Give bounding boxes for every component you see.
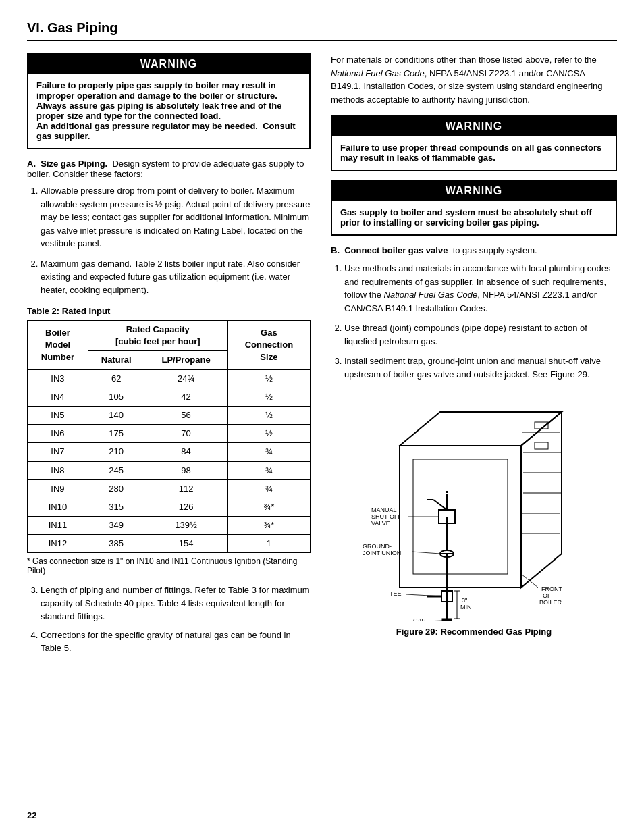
table-body: IN36224¾½ IN410542½ IN514056½ IN617570½ …	[28, 369, 311, 553]
warning-title-2: WARNING	[332, 117, 616, 136]
section-b-label: B.	[331, 245, 340, 255]
svg-text:GROUND-: GROUND-	[363, 543, 392, 550]
table-row: IN123851541	[28, 535, 311, 553]
svg-line-34	[412, 552, 440, 554]
right-intro-text: For materials or conditions other than t…	[331, 53, 617, 106]
svg-line-40	[427, 621, 442, 621]
svg-rect-11	[535, 442, 548, 449]
section-b-intro-text: to gas supply system.	[453, 245, 537, 255]
page-header: VI. Gas Piping	[27, 20, 617, 41]
left-column: WARNING Failure to properly pipe gas sup…	[27, 53, 311, 660]
svg-text:MANUAL: MANUAL	[371, 506, 397, 513]
svg-text:SHUT-OFF: SHUT-OFF	[371, 513, 402, 520]
table-row: IN11349139½¾*	[28, 517, 311, 535]
svg-text:MIN: MIN	[460, 604, 472, 610]
svg-text:CAP: CAP	[413, 617, 426, 621]
table-row: IN514056½	[28, 406, 311, 424]
list-item: Length of piping and number of fittings.…	[41, 583, 311, 623]
warning-body-2: Failure to use proper thread compounds o…	[332, 136, 616, 170]
figure-29-svg: MANUAL SHUT-OFF VALVE GROUND- JOINT UNIO…	[359, 392, 589, 621]
list-item: Maximum gas demand. Table 2 lists boiler…	[41, 257, 311, 297]
page-number: 22	[27, 810, 36, 820]
section-a: A. Size gas Piping. Design system to pro…	[27, 159, 311, 655]
list-item: Allowable pressure drop from point of de…	[41, 184, 311, 251]
section-a-list: Allowable pressure drop from point of de…	[27, 184, 311, 296]
page-title: VI. Gas Piping	[27, 20, 617, 36]
list-item: Install sediment trap, ground-joint unio…	[344, 355, 617, 381]
table-row: IN36224¾½	[28, 369, 311, 388]
svg-text:VALVE: VALVE	[371, 520, 390, 527]
table-row: IN617570½	[28, 425, 311, 443]
page: VI. Gas Piping WARNING Failure to proper…	[0, 0, 644, 834]
table-subheader-natural: Natural	[88, 351, 144, 369]
list-item: Corrections for the specific gravity of …	[41, 629, 311, 655]
table-header-model: BoilerModelNumber	[28, 321, 88, 370]
table-row: IN9280112¾	[28, 479, 311, 498]
svg-text:JOINT UNION: JOINT UNION	[363, 550, 401, 556]
table-row: IN824598¾	[28, 461, 311, 479]
svg-text:BOILER: BOILER	[539, 599, 562, 606]
svg-text:TEE: TEE	[390, 590, 402, 597]
table-header-capacity: Rated Capacity[cubic feet per hour]	[88, 321, 227, 351]
warning-body-3: Gas supply to boiler and system must be …	[332, 201, 616, 234]
warning-box-1: WARNING Failure to properly pipe gas sup…	[27, 53, 311, 149]
section-a-intro: A. Size gas Piping. Design system to pro…	[27, 159, 311, 179]
table-row: IN10315126¾*	[28, 498, 311, 516]
warning-body-1: Failure to properly pipe gas supply to b…	[28, 74, 309, 148]
list-item: Use thread (joint) compounds (pipe dope)…	[344, 321, 617, 348]
section-b-list: Use methods and materials in accordance …	[331, 262, 617, 381]
warning-box-3: WARNING Gas supply to boiler and system …	[331, 180, 617, 236]
warning-box-2: WARNING Failure to use proper thread com…	[331, 115, 617, 171]
section-b-heading: Connect boiler gas valve	[344, 245, 448, 255]
svg-rect-13	[442, 619, 452, 621]
two-column-layout: WARNING Failure to properly pipe gas sup…	[27, 53, 617, 660]
section-a-heading: Size gas Piping.	[41, 159, 107, 169]
table-title: Table 2: Rated Input	[27, 306, 311, 316]
svg-text:3": 3"	[462, 597, 467, 604]
warning-title-3: WARNING	[332, 182, 616, 201]
rated-input-table: BoilerModelNumber Rated Capacity[cubic f…	[27, 320, 311, 553]
list-item: Use methods and materials in accordance …	[344, 262, 617, 315]
section-b-intro: B. Connect boiler gas valve to gas suppl…	[331, 245, 617, 255]
svg-text:OF: OF	[543, 592, 552, 599]
svg-text:FRONT: FRONT	[541, 585, 562, 592]
section-a-extra-list: Length of piping and number of fittings.…	[27, 583, 311, 655]
table-header-gas-connection: GasConnectionSize	[227, 321, 310, 370]
figure-29-area: MANUAL SHUT-OFF VALVE GROUND- JOINT UNIO…	[331, 392, 617, 637]
section-a-label: A.	[27, 159, 36, 169]
table-row: IN721084¾	[28, 443, 311, 461]
table-row: IN410542½	[28, 388, 311, 406]
table-footnote: * Gas connection size is 1" on IN10 and …	[27, 556, 311, 575]
warning-title-1: WARNING	[28, 55, 309, 74]
figure-caption: Figure 29: Recommended Gas Piping	[331, 627, 617, 637]
right-column: For materials or conditions other than t…	[331, 53, 617, 660]
table-subheader-lp: LP/Propane	[144, 351, 227, 369]
svg-line-21	[433, 500, 447, 510]
svg-marker-2	[521, 412, 562, 588]
section-b: B. Connect boiler gas valve to gas suppl…	[331, 245, 617, 381]
